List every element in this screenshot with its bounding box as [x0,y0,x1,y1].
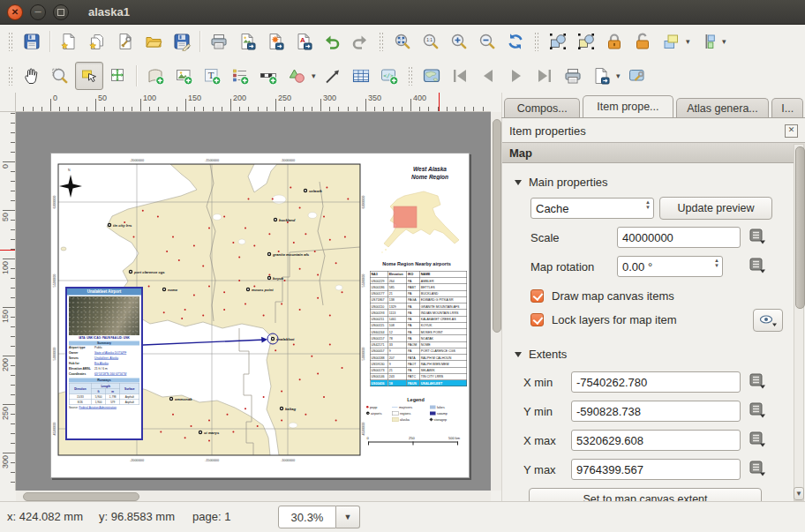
canvas-vscrollbar-thumb[interactable] [493,119,501,333]
zoom-level-combobox[interactable]: 30.3% ▼ [278,506,360,528]
legend-item[interactable]: Legendpoppairportsmajriversregionsalaska… [364,397,468,432]
composition-canvas[interactable]: tin city lrrsport clarence cgsselawikbuc… [16,112,491,491]
export-as-image-button[interactable] [234,28,260,55]
undo-button[interactable] [319,28,345,55]
redo-button[interactable] [347,28,373,55]
export-atlas-button[interactable] [588,63,614,89]
lock-selected-items-button[interactable] [601,28,628,55]
panel-close-icon[interactable]: ✕ [785,124,798,138]
toolbar-grip-handle[interactable] [8,66,13,86]
airports-table-item[interactable]: NA3ElevationIKONAMEUS00229264PAAMBLERUS0… [370,271,467,387]
zoom-in-button[interactable] [446,28,472,55]
tab-atlasgenera[interactable]: Atlas genera... [676,98,770,117]
extent-x-min-input[interactable]: -7540262.780 [571,371,741,393]
window-minimize-button[interactable]: ─ [30,4,46,20]
atlas-previous-feature-button[interactable] [475,63,501,89]
add-basic-shape-dropdown-arrow[interactable]: ▾ [312,71,319,80]
scale-input[interactable]: 40000000 [617,227,741,248]
visibility-preset-button[interactable] [753,309,783,332]
align-selected-items-dropdown-arrow[interactable]: ▾ [722,37,729,46]
deselect-all-items-button[interactable] [573,28,599,55]
extent-x-min-data-defined-button[interactable] [748,372,769,392]
draw-canvas-items-checkbox[interactable] [530,289,544,303]
overview-map-item[interactable] [380,185,468,261]
composition-manager-button[interactable] [112,28,139,55]
airport-photo [69,296,139,335]
atlas-first-feature-button[interactable] [447,63,473,89]
lock-layers-checkbox[interactable] [530,313,544,326]
add-html-frame-button[interactable]: </> [376,63,402,89]
extent-highlight [394,206,417,228]
map-title-item[interactable]: West AlaskaNome Region [389,166,470,184]
zoom-dropdown-button[interactable]: ▼ [336,506,360,528]
extent-y-max-data-defined-button[interactable] [748,460,769,479]
extents-group[interactable]: Extents [515,348,567,361]
toolbar-grip-handle[interactable] [379,32,384,51]
zoom-full-button[interactable] [389,28,416,55]
raise-selected-items-dropdown-arrow[interactable]: ▾ [686,37,693,46]
rotation-data-defined-button[interactable] [748,257,769,276]
zoom-actual-size-button[interactable]: 1:1 [418,28,444,55]
scale-data-defined-button[interactable] [748,228,769,247]
add-basic-shape-button[interactable] [283,63,310,89]
add-new-scalebar-button[interactable] [255,63,282,89]
extent-y-min-input[interactable]: -590828.738 [571,401,741,422]
canvas-vscrollbar[interactable] [491,112,501,491]
pan-composer-button[interactable] [19,63,45,89]
new-composition-button[interactable] [56,28,82,55]
canvas-hscrollbar-thumb[interactable] [23,492,139,501]
airport-infobox-item[interactable]: Unalakleet AirportIATA: UNK ICAO: PAUN F… [65,287,143,440]
tab-itemprope[interactable]: Item prope... [583,95,673,117]
composition-page[interactable]: tin city lrrsport clarence cgsselawikbuc… [50,153,470,478]
preview-mode-combobox[interactable]: Cache ▲▼ [530,198,654,219]
add-image-button[interactable] [170,63,197,89]
export-atlas-dropdown-arrow[interactable]: ▾ [616,71,623,80]
extent-x-max-input[interactable]: 5320629.608 [571,430,741,451]
window-close-button[interactable]: ✕ [7,4,23,20]
scalebar-item[interactable]: 0250500 km [362,436,466,452]
canvas-hscrollbar[interactable] [16,491,491,501]
main-properties-group[interactable]: Main properties [515,176,608,189]
extent-y-max-input[interactable]: 9764399.567 [571,459,741,480]
tab-compos[interactable]: Compos... [504,98,580,117]
raise-selected-items-button[interactable] [658,28,684,55]
toolbar-grip-handle[interactable] [408,66,413,86]
select-all-items-button[interactable] [545,28,571,55]
map-rotation-spinbox[interactable]: 0.00 ° ▲▼ [617,256,723,277]
save-composition-button[interactable] [19,28,45,55]
preview-atlas-button[interactable] [418,63,445,89]
zoom-level-value[interactable]: 30.3% [278,506,336,528]
add-attribute-table-button[interactable] [348,63,374,89]
extent-y-min-data-defined-button[interactable] [748,401,769,421]
tab-i[interactable]: I... [771,98,803,117]
unlock-all-items-button[interactable] [629,28,656,55]
atlas-settings-button[interactable] [624,63,651,89]
export-as-svg-button[interactable] [262,28,289,55]
add-arrow-button[interactable] [320,63,346,89]
add-new-label-button[interactable]: T [199,63,225,89]
open-composition-button[interactable] [140,28,167,55]
atlas-next-feature-button[interactable] [503,63,530,89]
duplicate-composition-button[interactable] [84,28,110,55]
window-maximize-button[interactable] [53,4,69,20]
panel-scrollbar-thumb[interactable] [795,146,805,309]
print-atlas-button[interactable] [560,63,586,89]
toolbar-grip-handle[interactable] [8,32,13,51]
atlas-last-feature-button[interactable] [531,63,558,89]
add-new-map-button[interactable] [142,63,169,89]
update-preview-button[interactable]: Update preview [659,197,772,220]
save-project-button[interactable] [169,28,195,55]
zoom-out-button[interactable] [474,28,500,55]
move-item-content-button[interactable] [105,63,132,89]
export-as-pdf-button[interactable]: A [290,28,317,55]
select-move-item-button[interactable] [75,62,103,90]
align-selected-items-button[interactable] [694,28,720,55]
print-composition-button[interactable] [206,28,232,55]
add-new-legend-button[interactable] [227,63,253,89]
set-to-map-canvas-extent-button[interactable]: Set to map canvas extent [529,488,762,501]
toolbar-grip-handle[interactable] [534,32,539,51]
panel-scrollbar-down-button[interactable]: ▼ [794,487,804,500]
extent-x-max-data-defined-button[interactable] [748,431,769,450]
zoom-tool-button[interactable] [47,63,73,89]
refresh-view-button[interactable] [502,28,529,55]
